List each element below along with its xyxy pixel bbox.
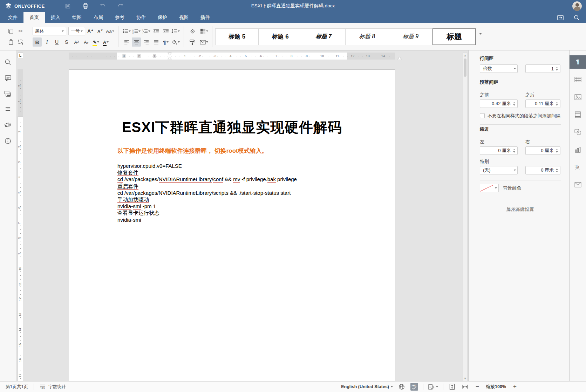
align-center-button[interactable]	[132, 37, 141, 47]
justify-button[interactable]	[151, 37, 161, 47]
open-file-location-button[interactable]	[557, 15, 564, 21]
about-button[interactable]	[3, 137, 13, 145]
nonprinting-characters-button[interactable]: ¶	[161, 37, 170, 47]
style-preset-2[interactable]: 标题 6	[259, 28, 302, 45]
ribbon-tab-9[interactable]: 视图	[173, 12, 195, 23]
undo-button[interactable]	[98, 2, 108, 10]
ribbon-tab-1[interactable]: 文件	[2, 12, 23, 23]
right-indent-marker[interactable]	[398, 57, 401, 60]
style-preset-3[interactable]: 标题 7	[302, 28, 346, 45]
same-style-spacing-checkbox[interactable]	[480, 113, 485, 118]
redo-button[interactable]	[116, 2, 125, 10]
shape-settings-tab[interactable]	[570, 125, 586, 139]
chat-button[interactable]	[3, 90, 13, 97]
document-language-select[interactable]: English (United States)	[341, 381, 393, 392]
image-settings-tab[interactable]	[570, 90, 586, 104]
chart-settings-tab[interactable]	[570, 143, 586, 156]
spinner-arrows[interactable]	[555, 102, 559, 106]
ribbon-tab-3[interactable]: 插入	[45, 12, 66, 23]
spacing-before-spinner[interactable]: 0.42 厘米	[480, 99, 518, 108]
ribbon-tab-7[interactable]: 协作	[130, 12, 152, 23]
textart-settings-tab[interactable]: Ta	[570, 160, 586, 174]
header-footer-settings-tab[interactable]	[570, 108, 586, 121]
search-button[interactable]	[574, 15, 580, 21]
hanging-indent-marker[interactable]	[168, 57, 171, 60]
zoom-out-button[interactable]: −	[473, 383, 481, 391]
set-language-button[interactable]	[398, 383, 406, 391]
highlight-color-button[interactable]: ✎	[91, 37, 101, 47]
comments-button[interactable]	[3, 74, 13, 82]
increase-font-size-button[interactable]: A▲	[86, 27, 95, 36]
copy-style-button[interactable]	[188, 37, 197, 47]
ribbon-tab-6[interactable]: 参考	[109, 12, 130, 23]
styles-gallery-more-button[interactable]	[476, 25, 485, 42]
spinner-arrows[interactable]	[512, 102, 516, 106]
select-all-button[interactable]	[16, 37, 25, 47]
font-size-select[interactable]: 一号	[68, 27, 85, 35]
spinner-arrows[interactable]	[512, 149, 516, 153]
indent-left-spinner[interactable]: 0 厘米	[480, 146, 518, 155]
line-spacing-value-spinner[interactable]: 1	[525, 64, 560, 73]
decrease-font-size-button[interactable]: A▼	[96, 27, 105, 36]
app-logo[interactable]: ONLYOFFICE	[0, 3, 50, 9]
clear-style-button[interactable]	[188, 27, 197, 36]
tab-stop-selector[interactable]: L	[18, 53, 23, 58]
font-color-button[interactable]: A	[101, 37, 110, 47]
fit-to-page-button[interactable]	[448, 383, 456, 391]
spinner-arrows[interactable]	[555, 67, 559, 71]
vertical-ruler[interactable]: 211234567891011121314151617	[18, 60, 23, 381]
find-replace-button[interactable]	[3, 58, 13, 66]
user-avatar[interactable]	[572, 1, 582, 11]
mail-merge-button[interactable]	[199, 37, 209, 47]
decrease-indent-button[interactable]	[151, 27, 161, 36]
copy-button[interactable]	[6, 27, 15, 36]
multilevel-list-button[interactable]: 1i	[142, 27, 151, 36]
document-page[interactable]: ESXI下群晖直通独显实现硬件解码 以下操作是使用终端软件连接群晖， 切换roo…	[69, 69, 395, 381]
word-count-button[interactable]: 123 字数统计	[34, 381, 71, 392]
increase-indent-button[interactable]	[161, 27, 170, 36]
page-number-indicator[interactable]: 第1页共1页	[0, 381, 34, 392]
document-scrollbar[interactable]: ▲ ▼	[463, 53, 468, 381]
style-preset-4[interactable]: 标题 8	[346, 28, 389, 45]
zoom-level-indicator[interactable]: 缩放100%	[486, 384, 506, 390]
color-scheme-button[interactable]	[199, 27, 209, 36]
italic-button[interactable]: I	[42, 37, 52, 47]
fit-to-width-button[interactable]	[461, 383, 469, 391]
numbered-list-button[interactable]: 123	[132, 27, 141, 36]
ribbon-tab-4[interactable]: 绘图	[66, 12, 88, 23]
feedback-button[interactable]	[3, 121, 13, 129]
special-indent-spinner[interactable]: 0 厘米	[525, 166, 560, 174]
horizontal-ruler[interactable]: 3211234567891011121314	[69, 53, 395, 60]
indent-right-spinner[interactable]: 0 厘米	[525, 146, 560, 155]
special-indent-select[interactable]: (无)	[480, 166, 518, 174]
spinner-arrows[interactable]	[555, 149, 559, 153]
cut-button[interactable]: ✂	[16, 27, 25, 36]
table-settings-tab[interactable]	[570, 73, 586, 86]
scroll-up-button[interactable]: ▲	[463, 53, 467, 58]
style-preset-1[interactable]: 标题 5	[215, 28, 259, 45]
ribbon-tab-5[interactable]: 布局	[88, 12, 109, 23]
scrollbar-thumb[interactable]	[464, 59, 466, 77]
ribbon-tab-8[interactable]: 保护	[152, 12, 173, 23]
track-changes-button[interactable]	[428, 381, 438, 392]
document-area[interactable]: L 3211234567891011121314 211234567891011…	[16, 50, 468, 381]
first-line-indent-marker[interactable]	[168, 53, 171, 55]
align-left-button[interactable]	[122, 37, 131, 47]
font-name-select[interactable]: 黑体	[33, 27, 66, 35]
print-button[interactable]	[81, 2, 90, 10]
line-spacing-button[interactable]	[171, 27, 180, 36]
scroll-down-button[interactable]: ▼	[463, 376, 467, 381]
bullet-list-button[interactable]	[122, 27, 131, 36]
ribbon-tab-2[interactable]: 首页	[23, 12, 45, 23]
spacing-after-spinner[interactable]: 0.11 厘米	[525, 99, 560, 108]
save-button[interactable]	[63, 2, 73, 10]
align-right-button[interactable]	[142, 37, 151, 47]
background-color-picker[interactable]	[480, 184, 499, 192]
spell-check-toggle[interactable]: ABC	[410, 383, 418, 391]
style-preset-5[interactable]: 标题 9	[389, 28, 432, 45]
advanced-settings-link[interactable]: 显示高级设置	[480, 206, 561, 212]
bold-button[interactable]: B	[33, 37, 42, 47]
style-preset-6[interactable]: 标题	[432, 28, 476, 45]
paragraph-settings-tab[interactable]: ¶	[570, 55, 586, 69]
change-case-button[interactable]: Aa	[105, 27, 115, 36]
